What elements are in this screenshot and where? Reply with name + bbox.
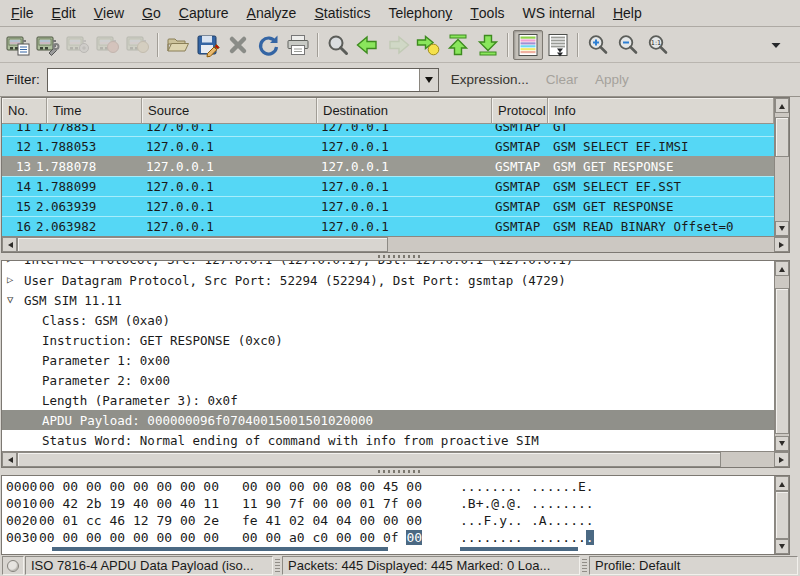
detail-row[interactable]: Parameter 2: 0x00 bbox=[2, 370, 774, 390]
menu-help[interactable]: Help bbox=[604, 0, 651, 26]
selected-ascii-char[interactable]: . bbox=[586, 530, 594, 545]
scroll-thumb[interactable] bbox=[775, 117, 789, 157]
expander-collapsed-icon[interactable]: ▷ bbox=[7, 273, 13, 286]
clear-button[interactable]: Clear bbox=[541, 72, 583, 87]
capture-options-button[interactable] bbox=[33, 30, 63, 60]
scroll-right-button[interactable] bbox=[774, 452, 789, 467]
menu-view[interactable]: View bbox=[85, 0, 133, 26]
expression-button[interactable]: Expression... bbox=[446, 72, 534, 87]
hex-row-0020[interactable]: 002000 01 cc 46 12 79 00 2efe 41 02 04 0… bbox=[2, 513, 774, 530]
menu-analyze[interactable]: Analyze bbox=[238, 0, 306, 26]
packet-row-15[interactable]: 152.063939127.0.0.1127.0.0.1GSMTAPGSM GE… bbox=[2, 196, 774, 216]
expert-info-button[interactable] bbox=[2, 556, 24, 575]
detail-row[interactable]: Status Word: Normal ending of command wi… bbox=[2, 430, 774, 450]
column-header-time[interactable]: Time bbox=[47, 98, 142, 124]
detail-row[interactable]: Parameter 1: 0x00 bbox=[2, 350, 774, 370]
packet-list-hscrollbar[interactable] bbox=[2, 236, 789, 252]
detail-row[interactable]: ▷Internet Protocol, Src: 127.0.0.1 (127.… bbox=[2, 261, 774, 269]
scroll-track[interactable] bbox=[775, 276, 789, 436]
toolbar-overflow-button[interactable] bbox=[761, 30, 791, 60]
menu-file[interactable]: File bbox=[2, 0, 43, 26]
packet-row-13[interactable]: 131.788078127.0.0.1127.0.0.1GSMTAPGSM GE… bbox=[2, 156, 774, 176]
expander-expanded-icon[interactable]: ▽ bbox=[7, 293, 13, 306]
zoom-in-button[interactable] bbox=[583, 30, 613, 60]
scroll-thumb[interactable] bbox=[775, 491, 789, 539]
packet-list-vscrollbar[interactable] bbox=[774, 98, 789, 236]
column-header-info[interactable]: Info bbox=[548, 98, 774, 124]
menu-capture[interactable]: Capture bbox=[170, 0, 238, 26]
detail-row[interactable]: Instruction: GET RESPONSE (0xc0) bbox=[2, 330, 774, 350]
cell-time: 1.788078 bbox=[34, 159, 140, 174]
menu-tools[interactable]: Tools bbox=[461, 0, 513, 26]
column-header-no[interactable]: No. bbox=[2, 98, 47, 124]
menu-edit[interactable]: Edit bbox=[43, 0, 85, 26]
packet-details-vscrollbar[interactable] bbox=[774, 261, 789, 451]
scroll-right-button[interactable] bbox=[774, 237, 789, 252]
print-button[interactable] bbox=[283, 30, 313, 60]
colorize-button[interactable] bbox=[513, 30, 543, 60]
go-top-button[interactable] bbox=[443, 30, 473, 60]
hex-row-0000[interactable]: 000000 00 00 00 00 00 00 0000 00 00 00 0… bbox=[2, 479, 774, 496]
packet-row-12[interactable]: 121.788053127.0.0.1127.0.0.1GSMTAPGSM SE… bbox=[2, 136, 774, 156]
capture-restart-button[interactable] bbox=[123, 30, 153, 60]
zoom-out-button[interactable] bbox=[613, 30, 643, 60]
packet-row-11[interactable]: 111.778851127.0.0.1127.0.0.1GSMTAPGT bbox=[2, 124, 774, 136]
packet-details-hscrollbar[interactable] bbox=[2, 451, 789, 467]
scroll-track[interactable] bbox=[17, 237, 774, 252]
detail-row-clipped[interactable]: ▷Internet Protocol, Src: 127.0.0.1 (127.… bbox=[2, 261, 774, 270]
menu-ws-internal[interactable]: WS internal bbox=[514, 0, 604, 26]
scroll-thumb[interactable] bbox=[17, 237, 388, 252]
menu-go[interactable]: Go bbox=[133, 0, 170, 26]
column-header-protocol[interactable]: Protocol bbox=[492, 98, 548, 124]
detail-row[interactable]: ▽GSM SIM 11.11 bbox=[2, 290, 774, 310]
pane-splitter[interactable] bbox=[0, 253, 800, 260]
capture-stop-button[interactable] bbox=[93, 30, 123, 60]
go-forward-button[interactable] bbox=[383, 30, 413, 60]
scroll-track[interactable] bbox=[775, 491, 789, 539]
scroll-track[interactable] bbox=[17, 452, 774, 467]
autoscroll-button[interactable] bbox=[543, 30, 573, 60]
scroll-down-button[interactable] bbox=[775, 221, 789, 236]
detail-row[interactable]: Length (Parameter 3): 0x0f bbox=[2, 390, 774, 410]
column-header-destination[interactable]: Destination bbox=[317, 98, 492, 124]
packet-row-16[interactable]: 162.063982127.0.0.1127.0.0.1GSMTAPGSM RE… bbox=[2, 216, 774, 236]
scroll-left-button[interactable] bbox=[2, 452, 17, 467]
close-file-button[interactable] bbox=[223, 30, 253, 60]
scroll-up-button[interactable] bbox=[775, 98, 789, 113]
scroll-thumb[interactable] bbox=[17, 452, 721, 467]
menu-telephony[interactable]: Telephony bbox=[379, 0, 461, 26]
detail-row[interactable]: Class: GSM (0xa0) bbox=[2, 310, 774, 330]
packet-bytes-vscrollbar[interactable] bbox=[774, 476, 789, 554]
column-header-source[interactable]: Source bbox=[142, 98, 317, 124]
hex-row-0030[interactable]: 003000 00 00 00 00 00 00 0000 00 a0 c0 0… bbox=[2, 530, 774, 547]
capture-start-button[interactable] bbox=[63, 30, 93, 60]
expander-collapsed-icon[interactable]: ▷ bbox=[7, 261, 13, 265]
open-file-button[interactable] bbox=[163, 30, 193, 60]
menu-statistics[interactable]: Statistics bbox=[305, 0, 379, 26]
hex-row-0010[interactable]: 001000 42 2b 19 40 00 40 1111 90 7f 00 0… bbox=[2, 496, 774, 513]
filter-input[interactable] bbox=[48, 69, 419, 91]
save-file-button[interactable] bbox=[193, 30, 223, 60]
packet-row-14[interactable]: 141.788099127.0.0.1127.0.0.1GSMTAPGSM SE… bbox=[2, 176, 774, 196]
scroll-track[interactable] bbox=[775, 113, 789, 221]
zoom-original-button[interactable]: 1:1 bbox=[643, 30, 673, 60]
packet-row-clipped[interactable]: 111.778851127.0.0.1127.0.0.1GSMTAPGT bbox=[2, 124, 774, 136]
scroll-left-button[interactable] bbox=[2, 237, 17, 252]
reload-button[interactable] bbox=[253, 30, 283, 60]
selected-byte[interactable]: 00 bbox=[406, 530, 422, 545]
go-to-packet-button[interactable] bbox=[413, 30, 443, 60]
detail-row[interactable]: ▷User Datagram Protocol, Src Port: 52294… bbox=[2, 270, 774, 290]
detail-row[interactable]: APDU Payload: 000000096f0704001500150102… bbox=[2, 410, 774, 430]
find-packet-button[interactable] bbox=[323, 30, 353, 60]
scroll-up-button[interactable] bbox=[775, 476, 789, 491]
filter-dropdown-button[interactable] bbox=[419, 69, 438, 91]
scroll-thumb[interactable] bbox=[775, 288, 789, 434]
pane-splitter[interactable] bbox=[0, 468, 800, 475]
go-bottom-button[interactable] bbox=[473, 30, 503, 60]
scroll-down-button[interactable] bbox=[775, 539, 789, 554]
scroll-up-button[interactable] bbox=[775, 261, 789, 276]
apply-button[interactable]: Apply bbox=[590, 72, 634, 87]
go-back-button[interactable] bbox=[353, 30, 383, 60]
list-interfaces-button[interactable] bbox=[3, 30, 33, 60]
scroll-down-button[interactable] bbox=[775, 436, 789, 451]
